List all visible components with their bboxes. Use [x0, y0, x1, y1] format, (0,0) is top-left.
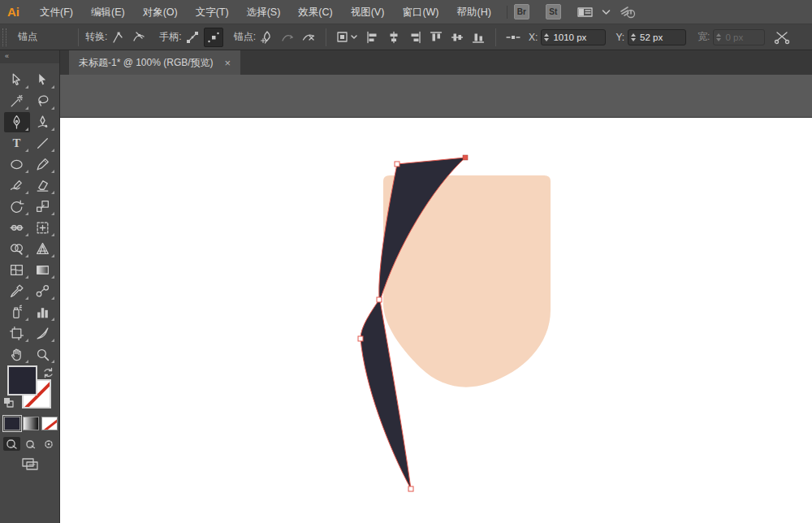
add-anchor-pen-icon[interactable] [257, 28, 276, 47]
document-tab-title: 未标题-1* @ 100% (RGB/预览) [79, 56, 214, 70]
direct-selection-tool[interactable] [30, 70, 56, 90]
control-bar: 锚点 转换: 手柄: 锚点: [0, 24, 812, 50]
cut-path-icon[interactable] [299, 28, 318, 47]
scissors-icon[interactable] [773, 28, 793, 47]
curvature-tool[interactable] [30, 112, 56, 132]
hide-handles-icon[interactable] [204, 28, 223, 47]
selection-tool[interactable] [4, 70, 30, 90]
eraser-tool[interactable] [30, 175, 56, 196]
eyedropper-tool[interactable] [4, 281, 30, 301]
document-area: 未标题-1* @ 100% (RGB/预览) × [60, 50, 812, 523]
gradient-tool[interactable] [30, 260, 56, 280]
anchor-point[interactable] [395, 162, 400, 166]
zoom-tool[interactable] [30, 344, 56, 365]
align-h-right-icon[interactable] [405, 28, 425, 47]
free-transform-tool[interactable] [30, 218, 56, 238]
ai-logo: Ai [7, 5, 19, 19]
column-graph-tool[interactable] [30, 302, 56, 322]
artwork-svg[interactable] [60, 75, 812, 523]
lasso-tool[interactable] [30, 91, 56, 111]
blend-tool[interactable] [30, 281, 56, 301]
paint-style-buttons [0, 417, 60, 430]
menu-help[interactable]: 帮助(H) [448, 0, 500, 24]
document-tab[interactable]: 未标题-1* @ 100% (RGB/预览) × [69, 50, 240, 75]
menu-type[interactable]: 文字(T) [187, 0, 238, 24]
draw-behind-button[interactable] [22, 437, 39, 451]
anchor-point[interactable] [377, 297, 382, 302]
show-handles-icon[interactable] [183, 28, 202, 47]
menu-file[interactable]: 文件(F) [31, 0, 82, 24]
y-field[interactable]: 52 px [628, 29, 686, 45]
anchor-point[interactable] [358, 336, 363, 341]
x-spinner[interactable] [544, 33, 549, 41]
divider [495, 28, 496, 46]
align-v-bottom-icon[interactable] [469, 28, 488, 47]
panel-collapse-button[interactable]: « [0, 50, 59, 63]
menu-edit[interactable]: 编辑(E) [82, 0, 134, 24]
anchor-point[interactable] [408, 486, 413, 491]
type-tool[interactable]: T [4, 133, 30, 153]
draw-normal-button[interactable] [3, 437, 20, 451]
bridge-button[interactable]: Br [514, 4, 529, 19]
scale-tool[interactable] [30, 197, 56, 217]
illustrator-window: Ai 文件(F) 编辑(E) 对象(O) 文字(T) 选择(S) 效果(C) 视… [0, 0, 812, 523]
y-label: Y: [615, 32, 624, 43]
convert-label: 转换: [85, 30, 107, 44]
convert-corner-icon[interactable] [108, 28, 127, 47]
tab-close-icon[interactable]: × [225, 58, 231, 68]
shaper-tool[interactable] [4, 175, 30, 196]
artboard-tool[interactable] [4, 323, 30, 344]
align-h-center-icon[interactable] [384, 28, 404, 47]
menu-object[interactable]: 对象(O) [134, 0, 187, 24]
align-v-center-icon[interactable] [447, 28, 467, 47]
x-value[interactable]: 1010 px [553, 32, 586, 42]
x-field[interactable]: 1010 px [541, 29, 606, 45]
width-tool[interactable] [4, 218, 30, 238]
fill-stroke-swatches [0, 365, 60, 471]
drawing-mode-buttons [0, 437, 60, 451]
document-tab-bar: 未标题-1* @ 100% (RGB/预览) × [60, 50, 812, 75]
align-h-left-icon[interactable] [363, 28, 382, 47]
pen-tool[interactable] [4, 112, 30, 132]
context-label: 锚点 [18, 30, 68, 44]
screen-mode-button[interactable] [0, 456, 60, 472]
line-segment-tool[interactable] [30, 133, 56, 153]
curve-icon [278, 28, 297, 47]
width-label: 宽: [698, 30, 710, 44]
paintbrush-tool[interactable] [30, 154, 56, 175]
stock-button[interactable]: St [546, 4, 561, 19]
workspace-switcher-icon[interactable] [577, 6, 594, 19]
y-spinner[interactable] [631, 33, 636, 41]
menu-window[interactable]: 窗口(W) [393, 0, 447, 24]
fill-swatch[interactable] [7, 365, 37, 395]
ellipse-tool[interactable] [4, 154, 30, 175]
align-to-artboard-icon[interactable] [334, 28, 361, 47]
mesh-tool[interactable] [4, 260, 30, 280]
anchor-point-selected[interactable] [463, 155, 468, 160]
slice-tool[interactable] [30, 323, 56, 344]
menu-effect[interactable]: 效果(C) [289, 0, 341, 24]
chevron-down-icon[interactable] [602, 9, 611, 15]
width-spinner [716, 33, 721, 41]
convert-smooth-icon[interactable] [129, 28, 149, 47]
color-button[interactable] [4, 417, 20, 430]
shape-builder-tool[interactable] [4, 239, 30, 259]
menu-select[interactable]: 选择(S) [238, 0, 290, 24]
hand-tool[interactable] [4, 344, 30, 365]
align-v-top-icon[interactable] [426, 28, 446, 47]
menu-view[interactable]: 视图(V) [342, 0, 394, 24]
touch-gesture-icon[interactable] [619, 4, 638, 20]
canvas[interactable] [60, 75, 812, 523]
x-label: X: [529, 32, 538, 43]
draw-inside-button[interactable] [41, 437, 58, 451]
default-fill-stroke-icon[interactable] [2, 396, 15, 413]
rotate-tool[interactable] [4, 197, 30, 217]
gradient-button[interactable] [23, 417, 39, 430]
panel-grip[interactable] [2, 28, 6, 46]
symbol-sprayer-tool[interactable] [4, 302, 30, 322]
none-button[interactable] [41, 417, 58, 430]
perspective-grid-tool[interactable] [30, 239, 56, 259]
magic-wand-tool[interactable] [4, 91, 30, 111]
handles-label: 手柄: [159, 30, 181, 44]
y-value[interactable]: 52 px [640, 32, 663, 42]
